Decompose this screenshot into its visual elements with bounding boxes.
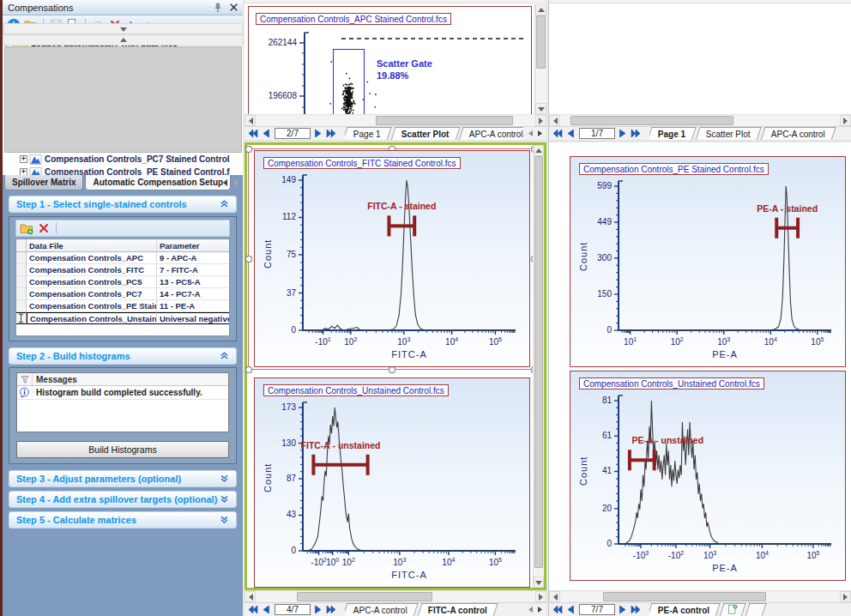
- page-indicator[interactable]: 2/7: [275, 128, 311, 139]
- page-tab[interactable]: FITC-A control: [417, 603, 498, 616]
- page-tab[interactable]: APC-A control: [459, 127, 523, 141]
- scroll-right-icon[interactable]: [840, 591, 851, 602]
- scroll-track[interactable]: [560, 115, 840, 126]
- step5-header[interactable]: Step 5 - Calculate matrices: [9, 511, 237, 528]
- parameter-cell[interactable]: 13 - PC5-A: [157, 276, 230, 288]
- scroll-up-icon[interactable]: [535, 4, 546, 15]
- tree-item[interactable]: +Compensation Controls_PC7 Stained Contr…: [3, 153, 230, 166]
- page-indicator[interactable]: 7/7: [579, 604, 615, 615]
- table-row[interactable]: Compensation Controls_UnstainedUniversal…: [16, 312, 229, 324]
- collapse-icon[interactable]: [220, 199, 229, 210]
- gate-marker[interactable]: [630, 450, 655, 470]
- filter-funnel-icon[interactable]: [17, 373, 33, 385]
- horizontal-scrollbar[interactable]: [549, 590, 851, 602]
- data-file-cell[interactable]: Compensation Controls_PE Stained: [27, 300, 157, 312]
- scatter-plot-panel[interactable]: Compensation Controls_APC Stained Contro…: [248, 6, 532, 114]
- next-page-button[interactable]: [617, 128, 629, 139]
- scroll-thumb[interactable]: [603, 592, 766, 601]
- data-file-cell[interactable]: Compensation Controls_Unstained: [27, 312, 157, 324]
- prev-page-button[interactable]: [564, 604, 576, 615]
- gate-label[interactable]: PE-A - stained: [757, 203, 818, 214]
- data-file-cell[interactable]: Compensation Controls_APC: [27, 252, 157, 264]
- table-row[interactable]: Compensation Controls_PE Stained11 - PE-…: [16, 300, 229, 312]
- tab-scroll-left-icon[interactable]: [525, 605, 534, 615]
- page-tab[interactable]: APC-A control: [345, 603, 418, 616]
- pe-stained-plot-panel[interactable]: Compensation Controls_PE Stained Control…: [570, 156, 846, 367]
- last-page-button[interactable]: [325, 604, 337, 615]
- scroll-left-icon[interactable]: [549, 115, 560, 126]
- prev-page-button[interactable]: [564, 128, 576, 139]
- scroll-right-icon[interactable]: [840, 115, 851, 126]
- build-histograms-button[interactable]: Build Histograms: [16, 441, 229, 458]
- scroll-up-icon[interactable]: [3, 34, 243, 45]
- page-indicator[interactable]: 1/7: [579, 128, 615, 139]
- tab-scroll-right-icon[interactable]: [535, 605, 545, 615]
- page-tab[interactable]: APC-A control: [760, 127, 836, 141]
- scatter-gate-rectangle[interactable]: [333, 49, 365, 114]
- table-row[interactable]: Compensation Controls_PC714 - PC7-A: [16, 288, 229, 300]
- expand-icon[interactable]: +: [20, 155, 27, 163]
- table-row[interactable]: Compensation Controls_FITC7 - FITC-A: [16, 264, 229, 276]
- selection-handle[interactable]: [245, 146, 252, 153]
- page-tab[interactable]: Scatter Plot: [390, 127, 460, 141]
- table-row[interactable]: Compensation Controls_PC513 - PC5-A: [16, 276, 229, 288]
- vertical-scrollbar[interactable]: [533, 145, 544, 588]
- pe-document-view[interactable]: Compensation Controls_PE Stained Control…: [549, 142, 851, 590]
- parameter-cell[interactable]: 9 - APC-A: [157, 252, 230, 264]
- close-icon[interactable]: [227, 2, 239, 14]
- expand-icon[interactable]: [220, 494, 229, 505]
- tab-spillover-matrix[interactable]: Spillover Matrix: [4, 175, 83, 190]
- first-page-button[interactable]: [552, 604, 564, 615]
- page-tab[interactable]: Page 1: [345, 127, 391, 141]
- step2-header[interactable]: Step 2 - Build histograms: [9, 347, 237, 365]
- gate-label[interactable]: FITC-A - unstained: [301, 440, 381, 450]
- scroll-track[interactable]: [256, 115, 535, 126]
- controls-table[interactable]: Data FileParameterCompensation Controls_…: [15, 239, 230, 336]
- prev-page-button[interactable]: [260, 128, 272, 139]
- last-page-button[interactable]: [630, 604, 642, 615]
- remove-control-icon[interactable]: [36, 220, 51, 236]
- data-file-cell[interactable]: Compensation Controls_FITC: [27, 264, 157, 276]
- horizontal-scrollbar[interactable]: [244, 114, 546, 126]
- scroll-down-icon[interactable]: [535, 103, 546, 114]
- add-control-file-icon[interactable]: [19, 220, 34, 236]
- fitc-document-view-selected[interactable]: Compensation Controls_FITC Stained Contr…: [244, 142, 546, 590]
- gate-label[interactable]: FITC-A - stained: [367, 201, 436, 211]
- first-page-button[interactable]: [552, 128, 564, 139]
- parameter-cell[interactable]: Universal negative: [157, 312, 230, 324]
- gate-label[interactable]: Scatter Gate19.88%: [377, 57, 432, 82]
- scroll-thumb[interactable]: [570, 116, 733, 125]
- scroll-track[interactable]: [560, 591, 840, 602]
- fitc-unstained-plot-panel[interactable]: Compensation Controls_Unstained Control.…: [254, 377, 530, 588]
- column-header[interactable]: Parameter: [157, 239, 230, 252]
- expand-icon[interactable]: +: [20, 168, 27, 175]
- next-page-button[interactable]: [312, 604, 324, 615]
- pin-icon[interactable]: [212, 2, 224, 14]
- gate-label[interactable]: PE-A - unstained: [631, 435, 703, 445]
- step4-header[interactable]: Step 4 - Add extra spillover targets (op…: [9, 491, 237, 508]
- scroll-thumb[interactable]: [297, 592, 432, 601]
- scroll-down-icon[interactable]: [3, 23, 243, 34]
- step3-header[interactable]: Step 3 - Adjust parameters (optional): [9, 470, 237, 487]
- data-file-cell[interactable]: Compensation Controls_PC7: [27, 288, 157, 300]
- horizontal-scrollbar[interactable]: [244, 590, 546, 602]
- tab-scroll-left-icon[interactable]: [525, 129, 534, 139]
- vertical-scrollbar[interactable]: [534, 4, 546, 114]
- step1-header[interactable]: Step 1 - Select single-stained controls: [9, 196, 237, 213]
- tab-scroll-left-icon[interactable]: [220, 177, 230, 188]
- expand-icon[interactable]: [220, 515, 229, 526]
- scroll-thumb[interactable]: [534, 156, 543, 568]
- selection-handle[interactable]: [245, 366, 252, 373]
- page-tab[interactable]: Page 1: [649, 127, 697, 141]
- column-header[interactable]: Data File: [27, 239, 157, 252]
- pe-unstained-plot-panel[interactable]: Compensation Controls_Unstained Control.…: [570, 371, 846, 581]
- scroll-thumb[interactable]: [536, 15, 546, 69]
- data-file-cell[interactable]: Compensation Controls_PC5: [27, 276, 157, 288]
- scroll-left-icon[interactable]: [244, 591, 256, 602]
- tree-item[interactable]: +Compensation Controls_PE Stained Contro…: [3, 166, 230, 175]
- last-page-button[interactable]: [630, 128, 642, 139]
- new-page-tab[interactable]: [720, 603, 746, 616]
- scroll-thumb[interactable]: [4, 46, 242, 153]
- prev-page-button[interactable]: [260, 604, 272, 615]
- table-row[interactable]: Compensation Controls_APC9 - APC-A: [16, 252, 229, 264]
